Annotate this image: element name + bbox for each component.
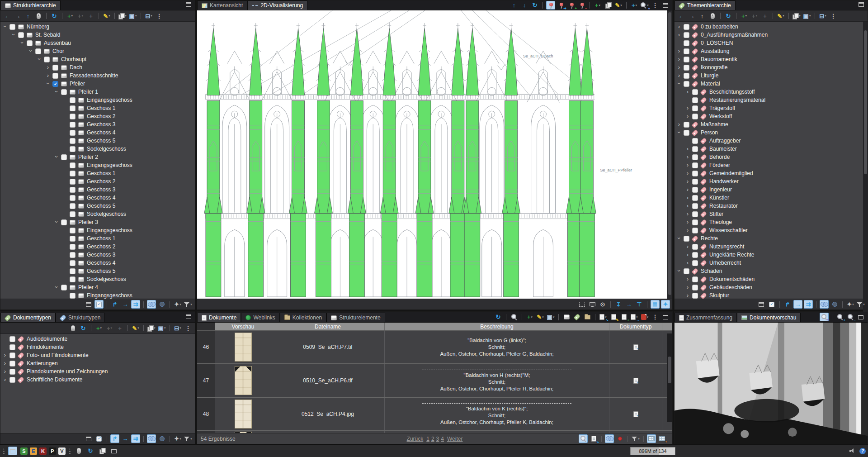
checkbox[interactable] bbox=[70, 97, 75, 103]
checkbox[interactable] bbox=[61, 285, 67, 290]
checkbox[interactable] bbox=[684, 236, 689, 242]
page-2[interactable]: 2 bbox=[431, 436, 434, 442]
checkbox[interactable] bbox=[70, 122, 75, 128]
expander-icon[interactable] bbox=[62, 252, 68, 258]
add-icon[interactable]: +▾ bbox=[66, 12, 75, 20]
menu-icon[interactable]: ⋮ bbox=[155, 12, 164, 20]
drawing-scrollbar[interactable] bbox=[667, 10, 672, 299]
checkbox[interactable] bbox=[692, 293, 698, 299]
expander-icon[interactable] bbox=[676, 32, 682, 38]
tree-row[interactable]: Auftraggeber bbox=[675, 137, 868, 145]
tree-row[interactable]: Audiodokumente bbox=[0, 335, 195, 343]
checkbox[interactable] bbox=[70, 236, 75, 242]
effects-icon[interactable]: ✦ bbox=[661, 300, 670, 309]
checkbox[interactable] bbox=[70, 276, 75, 282]
tree-row[interactable]: Rechte bbox=[675, 234, 868, 243]
tab-kollektionen[interactable]: Kollektionen bbox=[280, 313, 326, 322]
expander-icon[interactable] bbox=[45, 72, 51, 79]
menu-icon[interactable]: ⋮ bbox=[829, 12, 838, 20]
checkbox[interactable] bbox=[684, 57, 689, 62]
checkbox[interactable] bbox=[70, 138, 75, 144]
add-sibling-icon[interactable]: +▾ bbox=[750, 12, 759, 20]
expander-icon[interactable] bbox=[62, 268, 68, 274]
checkbox[interactable] bbox=[9, 352, 15, 358]
checkbox[interactable] bbox=[70, 179, 75, 185]
forward-icon[interactable]: → bbox=[687, 12, 696, 20]
tree-row[interactable]: Pfeiler 3 bbox=[0, 218, 195, 226]
expander-icon[interactable] bbox=[62, 276, 68, 282]
tree-row[interactable]: Förderer bbox=[675, 161, 868, 169]
tree-row[interactable]: Geschoss 5 bbox=[0, 267, 195, 275]
tab-strukturtypen[interactable]: Strukturtypen bbox=[56, 313, 105, 322]
view-options-icon[interactable]: ▣▾ bbox=[546, 313, 555, 321]
tree-row[interactable]: Material bbox=[675, 80, 868, 88]
tree-row[interactable]: Maßnahme bbox=[675, 120, 868, 129]
expander-icon[interactable] bbox=[685, 292, 690, 299]
expander-icon[interactable] bbox=[676, 121, 682, 128]
expander-icon[interactable] bbox=[685, 97, 690, 103]
tree-row[interactable]: Trägerstoff bbox=[675, 104, 868, 112]
mouse-select-icon[interactable] bbox=[708, 12, 717, 20]
document-thumbnail[interactable] bbox=[235, 400, 252, 428]
checkbox[interactable] bbox=[44, 57, 50, 62]
tree-row[interactable]: Eingangsgeschoss bbox=[0, 226, 195, 234]
table-config-icon[interactable]: + bbox=[657, 434, 666, 443]
checkbox[interactable] bbox=[684, 24, 689, 30]
expander-icon[interactable] bbox=[685, 284, 690, 290]
tab-kartenansicht[interactable]: Kartenansicht bbox=[197, 0, 247, 10]
expander-icon[interactable] bbox=[2, 344, 8, 350]
expander-icon[interactable] bbox=[685, 186, 690, 193]
checkbox[interactable] bbox=[692, 179, 698, 185]
checkbox[interactable] bbox=[18, 32, 24, 38]
tab-dokumenttypen[interactable]: Dokumenttypen bbox=[0, 313, 56, 322]
expander-icon[interactable] bbox=[62, 260, 68, 266]
zoom-in-icon[interactable]: + bbox=[835, 313, 844, 321]
tree-row[interactable]: 0_LÖSCHEN bbox=[675, 39, 868, 47]
tree-row[interactable]: Eingangsgeschoss bbox=[0, 96, 195, 104]
tree-row[interactable]: Geschoss 4 bbox=[0, 129, 195, 137]
document-type-icon[interactable]: ▪ bbox=[633, 378, 638, 384]
document-row[interactable]: 47 0510_Se_aCH.P6.tif "Baldachin von H (… bbox=[197, 364, 672, 398]
expander-icon[interactable] bbox=[19, 40, 25, 46]
expander-icon[interactable] bbox=[685, 89, 690, 95]
checkbox[interactable] bbox=[692, 138, 698, 144]
tree-row[interactable]: Gebäudeschäden bbox=[675, 283, 868, 291]
tree-row[interactable]: Werkstoff bbox=[675, 112, 868, 120]
status-badge-v[interactable]: V bbox=[58, 447, 66, 455]
checkbox[interactable] bbox=[684, 122, 689, 128]
table-view-icon[interactable] bbox=[647, 434, 656, 443]
pan-icon[interactable]: +▾ bbox=[630, 1, 639, 10]
header-vorschau[interactable]: Vorschau bbox=[215, 323, 271, 330]
tree-row[interactable]: Plandokumente und Zeichnungen bbox=[0, 367, 195, 376]
checkbox[interactable] bbox=[692, 203, 698, 209]
copy-icon[interactable]: ▾ bbox=[147, 324, 156, 333]
expander-icon[interactable] bbox=[62, 97, 68, 103]
checkbox[interactable] bbox=[692, 97, 698, 103]
import-view-icon[interactable]: ↧ bbox=[614, 300, 623, 309]
expander-icon[interactable] bbox=[685, 243, 690, 250]
expander-icon[interactable] bbox=[685, 211, 690, 217]
mouse-select-icon[interactable] bbox=[68, 324, 77, 333]
favorites-icon[interactable]: ✦▾ bbox=[173, 434, 182, 443]
doc-export-icon[interactable]: ↘▾ bbox=[599, 313, 608, 321]
assign-collection-icon[interactable] bbox=[583, 313, 592, 321]
tree-row[interactable]: Filmdokumente bbox=[0, 343, 195, 351]
expander-icon[interactable] bbox=[62, 235, 68, 242]
structure-tree[interactable]: Nürnberg St. Sebald Aussenbau Chor Chorh… bbox=[0, 22, 195, 299]
view-options-icon[interactable]: ▣▾ bbox=[128, 12, 137, 20]
expander-icon[interactable] bbox=[11, 32, 16, 38]
checkbox[interactable] bbox=[692, 154, 698, 160]
tree-row[interactable]: Ungeklärte Rechte bbox=[675, 251, 868, 259]
float-panel-icon[interactable] bbox=[857, 0, 866, 9]
checkbox[interactable] bbox=[692, 260, 698, 266]
tree-row[interactable]: Nutzungsrecht bbox=[675, 243, 868, 251]
tree-row[interactable]: Foto- und Filmdokumente bbox=[0, 351, 195, 359]
checkbox[interactable] bbox=[692, 146, 698, 152]
intersection-icon[interactable] bbox=[157, 434, 166, 443]
zoom-fit-icon[interactable]: ● bbox=[820, 313, 829, 321]
tree-row[interactable]: Geschoss 2 bbox=[0, 112, 195, 120]
propagate-right-icon[interactable]: → bbox=[121, 300, 130, 309]
link-view-icon[interactable] bbox=[84, 300, 93, 309]
tree-row[interactable]: Person bbox=[675, 129, 868, 137]
expander-icon[interactable] bbox=[62, 178, 68, 185]
